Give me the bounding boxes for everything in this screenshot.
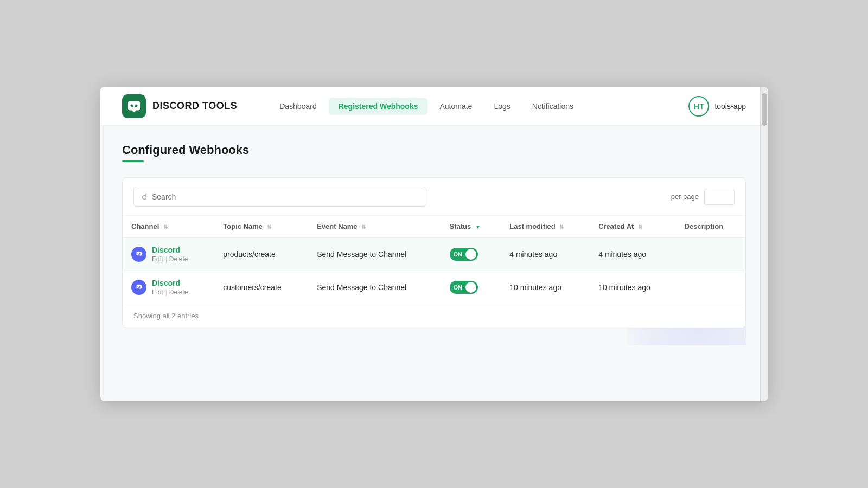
search-icon: ☌ [142,191,148,202]
per-page-label: per page [671,192,699,201]
header: DISCORD TOOLS Dashboard Registered Webho… [100,87,768,126]
nav-automate[interactable]: Automate [430,98,482,115]
discord-icon-2 [131,280,146,295]
cell-topic-2: customers/create [214,271,308,304]
discord-icon-1 [131,247,146,262]
cell-status-2: ON [441,271,501,304]
sort-icon-status: ▼ [475,224,481,230]
user-avatar[interactable]: HT [688,96,709,117]
channel-name-1: Discord [152,246,188,254]
toggle-1[interactable]: ON [450,248,493,261]
cell-last-modified-2: 10 minutes ago [501,271,590,304]
separator-2: | [165,288,167,296]
scrollbar-thumb[interactable] [762,93,767,126]
col-channel[interactable]: Channel ⇅ [123,216,214,237]
webhooks-table: Channel ⇅ Topic Name ⇅ Event Name ⇅ St [123,216,745,304]
cell-created-at-1: 4 minutes ago [590,237,675,271]
cell-topic-1: products/create [214,237,308,271]
nav-registered-webhooks[interactable]: Registered Webhooks [329,98,428,115]
sort-icon-channel: ⇅ [163,224,168,230]
main-content: Configured Webhooks ☌ per page 10 [100,126,768,345]
cell-event-1: Send Message to Channel [308,237,441,271]
col-event-name[interactable]: Event Name ⇅ [308,216,441,237]
cell-description-2 [676,271,745,304]
sort-icon-last-modified: ⇅ [559,224,564,230]
scrollbar[interactable] [760,87,768,401]
col-description: Description [676,216,745,237]
per-page-input[interactable]: 10 [704,189,735,205]
cell-channel-1: Discord Edit | Delete [123,237,214,271]
app-name-label: tools-app [714,102,746,111]
table-body: Discord Edit | Delete products/create [123,237,745,304]
main-nav: Dashboard Registered Webhooks Automate L… [270,98,688,115]
cell-channel-2: Discord Edit | Delete [123,271,214,304]
col-status[interactable]: Status ▼ [441,216,501,237]
page-title: Configured Webhooks [122,143,746,157]
logo-icon [122,94,146,118]
toggle-2[interactable]: ON [450,281,493,294]
nav-dashboard[interactable]: Dashboard [270,98,327,115]
app-title: DISCORD TOOLS [152,100,237,112]
search-input[interactable] [152,192,418,201]
sort-icon-created-at: ⇅ [638,224,642,230]
table-controls: ☌ per page 10 [123,178,745,216]
delete-link-1[interactable]: Delete [169,255,188,263]
table-header: Channel ⇅ Topic Name ⇅ Event Name ⇅ St [123,216,745,237]
entries-count: Showing all 2 entries [133,312,199,320]
table-row: Discord Edit | Delete customers/create [123,271,745,304]
table-card: ☌ per page 10 Channel ⇅ [122,177,746,328]
per-page-area: per page 10 [671,189,735,205]
col-created-at[interactable]: Created At ⇅ [590,216,675,237]
separator-1: | [165,255,167,263]
logo-area: DISCORD TOOLS [122,94,237,118]
cell-description-1 [676,237,745,271]
user-area: HT tools-app [688,96,746,117]
delete-link-2[interactable]: Delete [169,288,188,296]
channel-name-2: Discord [152,279,188,287]
title-underline [122,160,144,162]
edit-link-2[interactable]: Edit [152,288,163,296]
table-footer: Showing all 2 entries [123,304,745,328]
nav-notifications[interactable]: Notifications [522,98,583,115]
cell-status-1: ON [441,237,501,271]
svg-point-2 [135,104,138,107]
col-last-modified[interactable]: Last modified ⇅ [501,216,590,237]
cell-last-modified-1: 4 minutes ago [501,237,590,271]
edit-link-1[interactable]: Edit [152,255,163,263]
nav-logs[interactable]: Logs [484,98,520,115]
cell-event-2: Send Message to Channel [308,271,441,304]
sort-icon-topic: ⇅ [267,224,271,230]
svg-point-1 [131,104,133,107]
sort-icon-event: ⇅ [361,224,366,230]
col-topic-name[interactable]: Topic Name ⇅ [214,216,308,237]
table-row: Discord Edit | Delete products/create [123,237,745,271]
search-box: ☌ [133,187,426,207]
cell-created-at-2: 10 minutes ago [590,271,675,304]
